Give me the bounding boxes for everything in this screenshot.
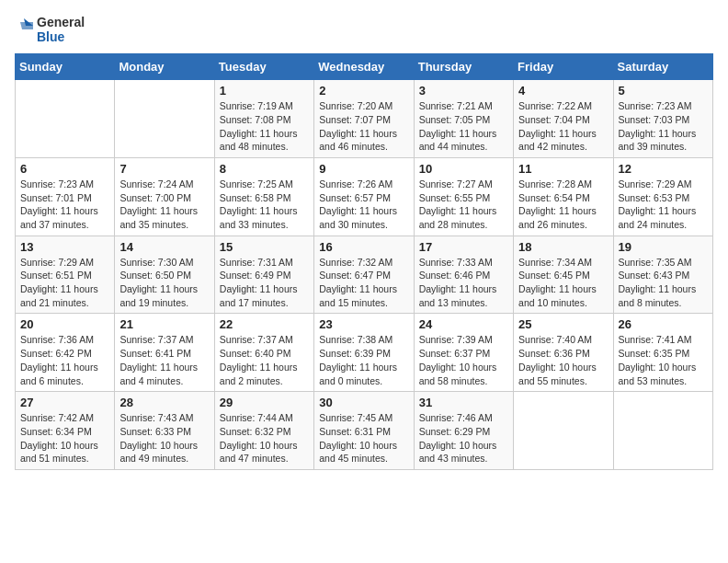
day-detail: Sunrise: 7:29 AM Sunset: 6:53 PM Dayligh…: [619, 178, 708, 232]
day-detail: Sunrise: 7:39 AM Sunset: 6:37 PM Dayligh…: [419, 333, 508, 387]
page-header: General Blue: [15, 15, 713, 44]
day-detail: Sunrise: 7:40 AM Sunset: 6:36 PM Dayligh…: [518, 333, 608, 387]
day-detail: Sunrise: 7:26 AM Sunset: 6:57 PM Dayligh…: [319, 178, 408, 232]
calendar-cell: 6Sunrise: 7:23 AM Sunset: 7:01 PM Daylig…: [16, 157, 115, 236]
day-number: 1: [220, 84, 309, 98]
calendar-cell: 8Sunrise: 7:25 AM Sunset: 6:58 PM Daylig…: [214, 157, 313, 236]
calendar-cell: 29Sunrise: 7:44 AM Sunset: 6:32 PM Dayli…: [214, 392, 313, 470]
day-detail: Sunrise: 7:19 AM Sunset: 7:08 PM Dayligh…: [220, 99, 309, 154]
calendar-cell: 31Sunrise: 7:46 AM Sunset: 6:29 PM Dayli…: [414, 392, 513, 470]
calendar-cell: 24Sunrise: 7:39 AM Sunset: 6:37 PM Dayli…: [414, 314, 513, 392]
day-number: 10: [419, 162, 508, 176]
weekday-header-sunday: Sunday: [16, 54, 115, 80]
day-number: 18: [518, 240, 608, 254]
calendar-cell: 4Sunrise: 7:22 AM Sunset: 7:04 PM Daylig…: [514, 80, 613, 158]
logo-bird-icon: [15, 17, 35, 42]
day-number: 24: [419, 317, 508, 331]
weekday-header-row: SundayMondayTuesdayWednesdayThursdayFrid…: [16, 54, 713, 80]
calendar-cell: 13Sunrise: 7:29 AM Sunset: 6:51 PM Dayli…: [16, 236, 115, 314]
day-number: 23: [319, 317, 408, 331]
calendar-table: SundayMondayTuesdayWednesdayThursdayFrid…: [15, 53, 713, 470]
day-detail: Sunrise: 7:33 AM Sunset: 6:46 PM Dayligh…: [419, 256, 508, 310]
calendar-cell: 16Sunrise: 7:32 AM Sunset: 6:47 PM Dayli…: [314, 236, 414, 314]
weekday-header-monday: Monday: [115, 54, 214, 80]
logo-general-text: General: [37, 15, 85, 29]
day-detail: Sunrise: 7:21 AM Sunset: 7:05 PM Dayligh…: [419, 99, 508, 154]
day-detail: Sunrise: 7:46 AM Sunset: 6:29 PM Dayligh…: [419, 411, 508, 465]
day-number: 7: [119, 162, 209, 176]
day-number: 8: [220, 162, 309, 176]
day-number: 22: [220, 317, 309, 331]
calendar-cell: 7Sunrise: 7:24 AM Sunset: 7:00 PM Daylig…: [115, 157, 214, 236]
day-detail: Sunrise: 7:29 AM Sunset: 6:51 PM Dayligh…: [20, 256, 109, 310]
calendar-week-4: 20Sunrise: 7:36 AM Sunset: 6:42 PM Dayli…: [16, 314, 713, 392]
calendar-cell: [514, 392, 613, 470]
calendar-cell: 18Sunrise: 7:34 AM Sunset: 6:45 PM Dayli…: [514, 236, 613, 314]
day-detail: Sunrise: 7:36 AM Sunset: 6:42 PM Dayligh…: [20, 333, 109, 387]
day-number: 25: [518, 317, 608, 331]
day-number: 21: [119, 317, 209, 331]
weekday-header-thursday: Thursday: [414, 54, 513, 80]
day-number: 17: [419, 240, 508, 254]
day-detail: Sunrise: 7:34 AM Sunset: 6:45 PM Dayligh…: [518, 256, 608, 310]
day-detail: Sunrise: 7:44 AM Sunset: 6:32 PM Dayligh…: [220, 411, 309, 465]
day-number: 20: [20, 317, 109, 331]
calendar-cell: 1Sunrise: 7:19 AM Sunset: 7:08 PM Daylig…: [214, 80, 313, 158]
calendar-cell: 2Sunrise: 7:20 AM Sunset: 7:07 PM Daylig…: [314, 80, 414, 158]
day-detail: Sunrise: 7:31 AM Sunset: 6:49 PM Dayligh…: [220, 256, 309, 310]
calendar-cell: 26Sunrise: 7:41 AM Sunset: 6:35 PM Dayli…: [613, 314, 712, 392]
calendar-week-5: 27Sunrise: 7:42 AM Sunset: 6:34 PM Dayli…: [16, 392, 713, 470]
calendar-cell: 5Sunrise: 7:23 AM Sunset: 7:03 PM Daylig…: [613, 80, 712, 158]
day-detail: Sunrise: 7:45 AM Sunset: 6:31 PM Dayligh…: [319, 411, 408, 465]
calendar-cell: 30Sunrise: 7:45 AM Sunset: 6:31 PM Dayli…: [314, 392, 414, 470]
day-number: 13: [20, 240, 109, 254]
calendar-cell: 11Sunrise: 7:28 AM Sunset: 6:54 PM Dayli…: [514, 157, 613, 236]
calendar-cell: 25Sunrise: 7:40 AM Sunset: 6:36 PM Dayli…: [514, 314, 613, 392]
calendar-cell: 14Sunrise: 7:30 AM Sunset: 6:50 PM Dayli…: [115, 236, 214, 314]
calendar-cell: 20Sunrise: 7:36 AM Sunset: 6:42 PM Dayli…: [16, 314, 115, 392]
calendar-cell: 23Sunrise: 7:38 AM Sunset: 6:39 PM Dayli…: [314, 314, 414, 392]
day-number: 28: [119, 396, 209, 409]
day-detail: Sunrise: 7:23 AM Sunset: 7:01 PM Dayligh…: [20, 178, 109, 232]
calendar-cell: [613, 392, 712, 470]
day-detail: Sunrise: 7:41 AM Sunset: 6:35 PM Dayligh…: [619, 333, 708, 387]
calendar-cell: 22Sunrise: 7:37 AM Sunset: 6:40 PM Dayli…: [214, 314, 313, 392]
day-number: 26: [619, 317, 708, 331]
calendar-week-1: 1Sunrise: 7:19 AM Sunset: 7:08 PM Daylig…: [16, 80, 713, 158]
day-detail: Sunrise: 7:35 AM Sunset: 6:43 PM Dayligh…: [619, 256, 708, 310]
day-number: 2: [319, 84, 408, 98]
day-detail: Sunrise: 7:20 AM Sunset: 7:07 PM Dayligh…: [319, 99, 408, 154]
day-number: 29: [220, 396, 309, 409]
day-number: 3: [419, 84, 508, 98]
calendar-cell: 19Sunrise: 7:35 AM Sunset: 6:43 PM Dayli…: [613, 236, 712, 314]
calendar-cell: 3Sunrise: 7:21 AM Sunset: 7:05 PM Daylig…: [414, 80, 513, 158]
day-number: 30: [319, 396, 408, 409]
logo: General Blue: [15, 15, 85, 44]
day-number: 27: [20, 396, 109, 409]
day-detail: Sunrise: 7:32 AM Sunset: 6:47 PM Dayligh…: [319, 256, 408, 310]
logo-blue-text: Blue: [37, 29, 85, 44]
day-number: 6: [20, 162, 109, 176]
day-detail: Sunrise: 7:22 AM Sunset: 7:04 PM Dayligh…: [518, 99, 608, 154]
weekday-header-wednesday: Wednesday: [314, 54, 414, 80]
calendar-cell: 27Sunrise: 7:42 AM Sunset: 6:34 PM Dayli…: [16, 392, 115, 470]
day-number: 19: [619, 240, 708, 254]
day-number: 16: [319, 240, 408, 254]
calendar-cell: 21Sunrise: 7:37 AM Sunset: 6:41 PM Dayli…: [115, 314, 214, 392]
day-detail: Sunrise: 7:37 AM Sunset: 6:41 PM Dayligh…: [119, 333, 209, 387]
day-detail: Sunrise: 7:38 AM Sunset: 6:39 PM Dayligh…: [319, 333, 408, 387]
day-number: 4: [518, 84, 608, 98]
day-detail: Sunrise: 7:23 AM Sunset: 7:03 PM Dayligh…: [619, 99, 708, 154]
calendar-week-3: 13Sunrise: 7:29 AM Sunset: 6:51 PM Dayli…: [16, 236, 713, 314]
weekday-header-friday: Friday: [514, 54, 613, 80]
day-number: 11: [518, 162, 608, 176]
day-number: 31: [419, 396, 508, 409]
day-number: 12: [619, 162, 708, 176]
calendar-cell: 9Sunrise: 7:26 AM Sunset: 6:57 PM Daylig…: [314, 157, 414, 236]
day-number: 9: [319, 162, 408, 176]
calendar-cell: 12Sunrise: 7:29 AM Sunset: 6:53 PM Dayli…: [613, 157, 712, 236]
calendar-cell: 17Sunrise: 7:33 AM Sunset: 6:46 PM Dayli…: [414, 236, 513, 314]
day-number: 15: [220, 240, 309, 254]
day-detail: Sunrise: 7:25 AM Sunset: 6:58 PM Dayligh…: [220, 178, 309, 232]
day-detail: Sunrise: 7:30 AM Sunset: 6:50 PM Dayligh…: [119, 256, 209, 310]
